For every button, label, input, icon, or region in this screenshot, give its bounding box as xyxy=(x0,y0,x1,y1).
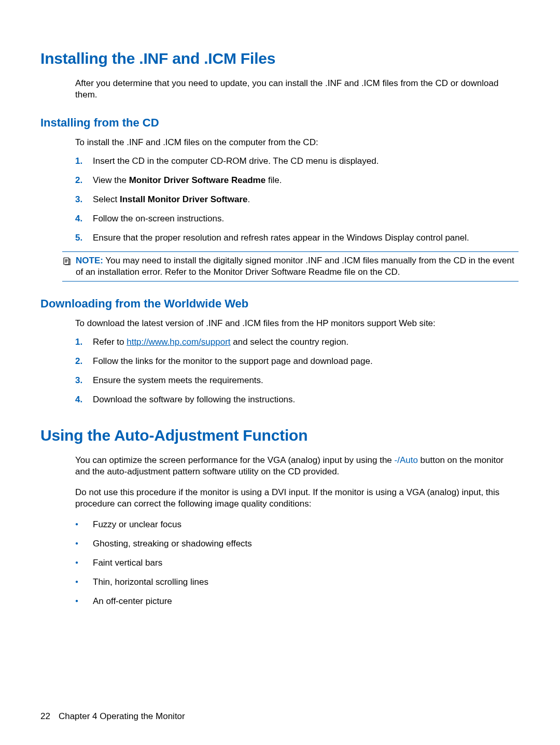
step-text: Ensure that the proper resolution and re… xyxy=(93,232,519,244)
cd-step-2: 2. View the Monitor Driver Software Read… xyxy=(75,175,519,187)
note-icon xyxy=(62,257,72,266)
heading-auto-adjustment: Using the Auto-Adjustment Function xyxy=(40,427,519,444)
list-item: ●Ghosting, streaking or shadowing effect… xyxy=(75,538,519,550)
step-text: Follow the links for the monitor to the … xyxy=(93,356,519,368)
support-link[interactable]: http://www.hp.com/support xyxy=(127,337,230,347)
bold-text: Monitor Driver Software Readme xyxy=(129,175,266,185)
bullet-icon: ● xyxy=(75,597,93,605)
quality-conditions-list: ●Fuzzy or unclear focus ●Ghosting, strea… xyxy=(75,519,519,608)
bullet-text: Thin, horizontal scrolling lines xyxy=(93,577,519,588)
step-text: Download the software by following the i… xyxy=(93,394,519,406)
step-text: Refer to http://www.hp.com/support and s… xyxy=(93,336,519,348)
bullet-text: Fuzzy or unclear focus xyxy=(93,519,519,531)
page-footer: 22Chapter 4 Operating the Monitor xyxy=(40,711,185,722)
note-body: NOTE: You may need to install the digita… xyxy=(76,255,519,278)
bullet-icon: ● xyxy=(75,559,93,566)
bullet-text: An off-center picture xyxy=(93,596,519,608)
cd-step-5: 5. Ensure that the proper resolution and… xyxy=(75,232,519,244)
bullet-icon: ● xyxy=(75,521,93,528)
heading-installing-inf-icm: Installing the .INF and .ICM Files xyxy=(40,50,519,67)
step-number: 3. xyxy=(75,375,93,387)
step-number: 1. xyxy=(75,336,93,348)
step-number: 2. xyxy=(75,356,93,368)
web-step-2: 2. Follow the links for the monitor to t… xyxy=(75,356,519,368)
bullet-icon: ● xyxy=(75,540,93,547)
step-text: Select Install Monitor Driver Software. xyxy=(93,194,519,206)
page: Installing the .INF and .ICM Files After… xyxy=(0,0,560,745)
step-number: 2. xyxy=(75,175,93,187)
step-number: 3. xyxy=(75,194,93,206)
list-item: ●Faint vertical bars xyxy=(75,557,519,569)
intro-paragraph: After you determine that you need to upd… xyxy=(75,78,519,101)
step-text: Ensure the system meets the requirements… xyxy=(93,375,519,387)
bullet-text: Faint vertical bars xyxy=(93,557,519,569)
step-text: View the Monitor Driver Software Readme … xyxy=(93,175,519,187)
auto-adjust-p2: Do not use this procedure if the monitor… xyxy=(75,487,519,510)
page-number: 22 xyxy=(40,711,50,721)
auto-button-label: -/Auto xyxy=(395,455,418,465)
step-number: 4. xyxy=(75,213,93,225)
step-number: 1. xyxy=(75,156,93,167)
bullet-text: Ghosting, streaking or shadowing effects xyxy=(93,538,519,550)
step-text: Insert the CD in the computer CD-ROM dri… xyxy=(93,156,519,167)
cd-step-4: 4. Follow the on-screen instructions. xyxy=(75,213,519,225)
list-item: ●Fuzzy or unclear focus xyxy=(75,519,519,531)
note-label: NOTE: xyxy=(76,256,103,265)
heading-downloading-web: Downloading from the Worldwide Web xyxy=(40,297,519,311)
note-block: NOTE: You may need to install the digita… xyxy=(62,251,519,282)
web-step-3: 3. Ensure the system meets the requireme… xyxy=(75,375,519,387)
web-step-1: 1. Refer to http://www.hp.com/support an… xyxy=(75,336,519,348)
cd-step-1: 1. Insert the CD in the computer CD-ROM … xyxy=(75,156,519,167)
step-number: 5. xyxy=(75,232,93,244)
heading-installing-from-cd: Installing from the CD xyxy=(40,116,519,130)
cd-intro: To install the .INF and .ICM files on th… xyxy=(75,137,519,148)
web-steps-list: 1. Refer to http://www.hp.com/support an… xyxy=(75,336,519,406)
web-intro: To download the latest version of .INF a… xyxy=(75,318,519,329)
web-step-4: 4. Download the software by following th… xyxy=(75,394,519,406)
bullet-icon: ● xyxy=(75,578,93,585)
step-number: 4. xyxy=(75,394,93,406)
step-text: Follow the on-screen instructions. xyxy=(93,213,519,225)
note-text: You may need to install the digitally si… xyxy=(76,256,514,277)
cd-steps-list: 1. Insert the CD in the computer CD-ROM … xyxy=(75,156,519,244)
cd-step-3: 3. Select Install Monitor Driver Softwar… xyxy=(75,194,519,206)
chapter-label: Chapter 4 Operating the Monitor xyxy=(59,711,185,721)
list-item: ●Thin, horizontal scrolling lines xyxy=(75,577,519,588)
bold-text: Install Monitor Driver Software xyxy=(120,194,248,204)
auto-adjust-p1: You can optimize the screen performance … xyxy=(75,455,519,477)
list-item: ●An off-center picture xyxy=(75,596,519,608)
